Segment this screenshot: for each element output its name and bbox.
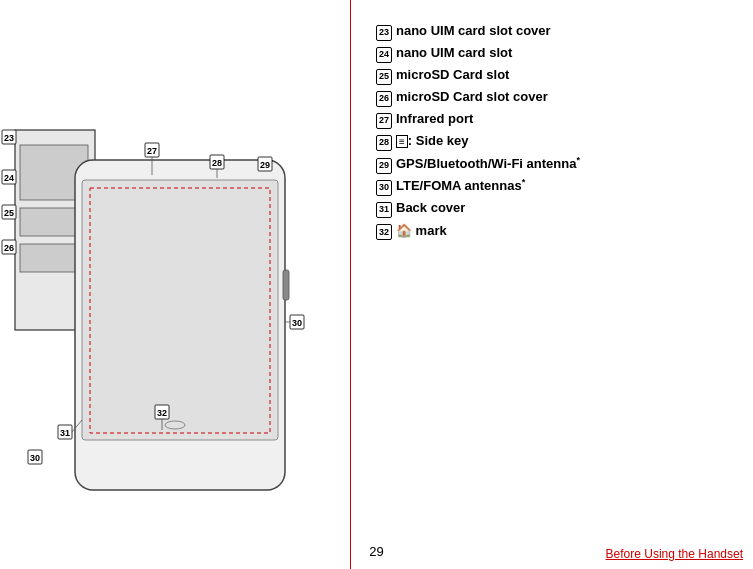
svg-text:28: 28 bbox=[212, 158, 222, 168]
item-text: ≡: Side key bbox=[396, 130, 733, 152]
item-text: Infrared port bbox=[396, 108, 733, 130]
item-number: 28 bbox=[376, 135, 392, 151]
item-text: 🏠 mark bbox=[396, 220, 733, 242]
svg-text:26: 26 bbox=[4, 243, 14, 253]
item-number: 29 bbox=[376, 158, 392, 174]
footer-link[interactable]: Before Using the Handset bbox=[606, 547, 743, 561]
list-item: 29 GPS/Bluetooth/Wi-Fi antenna* bbox=[376, 153, 733, 175]
list-item: 30 LTE/FOMA antennas* bbox=[376, 175, 733, 197]
svg-text:25: 25 bbox=[4, 208, 14, 218]
svg-text:30: 30 bbox=[30, 453, 40, 463]
item-number: 23 bbox=[376, 25, 392, 41]
svg-text:32: 32 bbox=[157, 408, 167, 418]
item-text: microSD Card slot bbox=[396, 64, 733, 86]
list-item: 26 microSD Card slot cover bbox=[376, 86, 733, 108]
svg-text:31: 31 bbox=[60, 428, 70, 438]
item-text: GPS/Bluetooth/Wi-Fi antenna* bbox=[396, 153, 733, 175]
item-number: 31 bbox=[376, 202, 392, 218]
list-item: 27 Infrared port bbox=[376, 108, 733, 130]
phone-illustration: 23 24 25 26 29 27 28 30 bbox=[0, 50, 350, 569]
list-item: 23 nano UIM card slot cover bbox=[376, 20, 733, 42]
svg-rect-5 bbox=[82, 180, 278, 440]
svg-text:23: 23 bbox=[4, 133, 14, 143]
list-item: 32 🏠 mark bbox=[376, 220, 733, 242]
item-list: 23 nano UIM card slot cover 24 nano UIM … bbox=[376, 20, 733, 242]
item-text: microSD Card slot cover bbox=[396, 86, 733, 108]
item-text: Back cover bbox=[396, 197, 733, 219]
right-panel: 23 nano UIM card slot cover 24 nano UIM … bbox=[351, 0, 753, 569]
svg-text:27: 27 bbox=[147, 146, 157, 156]
list-item: 28 ≡: Side key bbox=[376, 130, 733, 152]
item-number: 25 bbox=[376, 69, 392, 85]
item-number: 32 bbox=[376, 224, 392, 240]
item-text: nano UIM card slot cover bbox=[396, 20, 733, 42]
item-number: 27 bbox=[376, 113, 392, 129]
left-panel: 23 24 25 26 29 27 28 30 bbox=[0, 0, 350, 569]
svg-text:29: 29 bbox=[260, 160, 270, 170]
item-number: 26 bbox=[376, 91, 392, 107]
page-number: 29 bbox=[369, 544, 383, 559]
page-container: 23 24 25 26 29 27 28 30 bbox=[0, 0, 753, 569]
svg-rect-7 bbox=[283, 270, 289, 300]
svg-text:24: 24 bbox=[4, 173, 14, 183]
item-text: LTE/FOMA antennas* bbox=[396, 175, 733, 197]
item-number: 24 bbox=[376, 47, 392, 63]
list-item: 25 microSD Card slot bbox=[376, 64, 733, 86]
svg-text:30: 30 bbox=[292, 318, 302, 328]
list-item: 24 nano UIM card slot bbox=[376, 42, 733, 64]
item-number: 30 bbox=[376, 180, 392, 196]
item-text: nano UIM card slot bbox=[396, 42, 733, 64]
list-item: 31 Back cover bbox=[376, 197, 733, 219]
